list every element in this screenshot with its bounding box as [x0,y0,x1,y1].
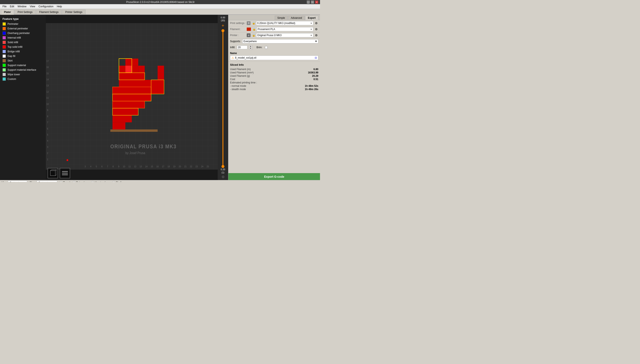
filament-color-swatch[interactable] [247,28,251,31]
printer-label: Printer : [230,34,247,37]
unretractions-checkbox[interactable] [91,181,94,182]
legend-item-solid-infill[interactable]: Solid infill [0,40,46,45]
main-tab-bar: Plater Print Settings Filament Settings … [0,9,320,15]
file-name: 8_model_xoi1pij.stl [235,56,314,59]
retractions-checkbox[interactable] [73,181,75,182]
name-label: Name [230,52,318,55]
cost-value: 0.51 [314,78,318,81]
menu-window[interactable]: Window [16,4,28,8]
svg-rect-58 [158,66,164,73]
menu-file[interactable]: File [1,4,8,8]
svg-rect-75 [62,171,68,172]
svg-text:16: 16 [46,66,49,69]
svg-text:17: 17 [46,60,49,62]
svg-text:7: 7 [47,121,48,124]
filament-dropdown[interactable]: Prusament PLA ▼ [257,27,313,31]
svg-rect-64 [113,108,138,115]
bottom-area: View Feature type Show Feature types Tra… [0,180,320,182]
perspective-view-button[interactable] [48,168,58,178]
infill-increment-button[interactable]: ▲ [249,45,252,47]
svg-rect-76 [62,173,68,174]
tab-simple[interactable]: Simple [275,16,288,20]
file-name-row: ⚠ 8_model_xoi1pij.stl ⊡ [230,56,318,60]
legend-item-support-material-interface[interactable]: Support material interface [0,68,46,72]
legend-item-internal-infill[interactable]: Internal infill [0,36,46,40]
svg-text:13: 13 [46,84,49,87]
tab-advanced[interactable]: Advanced [288,16,305,20]
maximize-button[interactable]: □ [311,0,314,4]
gap-fill-color [3,54,6,58]
printer-lock-icon: 🔒 [252,34,255,37]
viewport[interactable]: 3 4 5 6 7 8 9 10 11 12 13 14 15 16 17 18… [46,15,228,180]
svg-text:17: 17 [162,165,164,168]
cost-key: Cost [230,78,235,81]
title-bar: PrusaSlicer-2.0.0-rc2+linux64-2019051906… [0,0,320,4]
print-settings-dropdown[interactable]: 0.20mm QUALITY MK3 (modified) ▼ [256,21,313,25]
legend-item-skirt[interactable]: Skirt [0,58,46,63]
brim-checkbox[interactable] [265,46,268,49]
slider-add-button[interactable]: + [222,23,224,28]
legend-item-top-solid-infill[interactable]: Top solid infill [0,45,46,49]
window-controls: _ □ ✕ [307,0,318,4]
tab-plater[interactable]: Plater [1,10,14,15]
svg-text:by Josef Prusa: by Josef Prusa [126,151,146,155]
layer-slider[interactable]: 6.00(30) + 0.20(1) ⊙ [218,15,228,180]
infill-decrement-button[interactable]: ▼ [249,47,252,50]
svg-text:8: 8 [47,115,48,118]
close-button[interactable]: ✕ [315,0,318,4]
print-settings-gear-icon[interactable]: ⚙ [314,21,318,25]
legend-item-bridge-infill[interactable]: Bridge infill [0,49,46,54]
show-select[interactable]: Feature types [37,181,57,182]
printer-chevron-icon: ▼ [310,34,312,36]
slider-track [223,30,223,168]
legend-item-support-material[interactable]: Support material [0,63,46,68]
skirt-color [3,59,6,62]
view-select[interactable]: Feature type [8,181,27,182]
tab-print-settings[interactable]: Print Settings [15,10,36,14]
svg-text:4: 4 [47,140,48,142]
slider-bottom-handle[interactable] [222,165,224,168]
wipe-tower-label: Wipe tower [8,73,20,76]
tab-filament-settings[interactable]: Filament Settings [36,10,62,14]
minimize-button[interactable]: _ [307,0,310,4]
menu-configuration[interactable]: Configuration [37,4,55,8]
legend-item-perimeter[interactable]: Perimeter [0,22,46,26]
export-link-icon[interactable]: ⊡ [315,56,317,59]
svg-rect-61 [113,94,151,101]
infill-label: Infill: [230,46,235,49]
export-gcode-button[interactable]: Export G-code [228,173,320,180]
svg-text:20: 20 [179,165,181,168]
filament-dropdown-value: Prusament PLA [258,28,275,31]
svg-text:9: 9 [118,165,119,168]
slider-remove-button[interactable]: ⊙ [222,175,224,179]
svg-rect-46 [132,66,138,73]
infill-input[interactable] [237,46,247,49]
travel-checkbox[interactable] [60,181,63,182]
filament-row: Filament : 🔒 Prusament PLA ▼ ⚙ [228,26,320,32]
svg-line-72 [55,175,57,176]
tab-printer-settings[interactable]: Printer Settings [62,10,85,14]
custom-color [3,78,6,81]
supports-dropdown[interactable]: Everywhere ▼ [242,39,318,44]
tab-expert[interactable]: Expert [305,16,318,20]
legend-item-gap-fill[interactable]: Gap fill [0,54,46,58]
show-segment: Show Feature types [30,181,57,182]
legend-item-overhang-perimeter[interactable]: Overhang perimeter [0,31,46,36]
filament-chevron-icon: ▼ [310,28,312,30]
svg-text:3: 3 [85,165,86,168]
svg-rect-47 [138,66,145,73]
menu-edit[interactable]: Edit [8,4,16,8]
shells-checkbox[interactable] [112,181,115,182]
menu-view[interactable]: View [28,4,37,8]
printer-dropdown[interactable]: Original Prusa i3 MK3 ▼ [256,33,313,37]
printer-gear-icon[interactable]: ⚙ [314,33,318,37]
legend-item-wipe-tower[interactable]: Wipe tower [0,72,46,77]
slider-top-handle[interactable] [222,29,224,32]
legend-item-external-perimeter[interactable]: External perimeter [0,26,46,31]
filament-gear-icon[interactable]: ⚙ [314,27,318,31]
menu-help[interactable]: Help [55,4,64,8]
svg-rect-63 [119,58,132,73]
brim-label: Brim: [257,46,262,49]
legend-item-custom[interactable]: Custom [0,77,46,81]
layer-view-button[interactable] [60,168,70,178]
